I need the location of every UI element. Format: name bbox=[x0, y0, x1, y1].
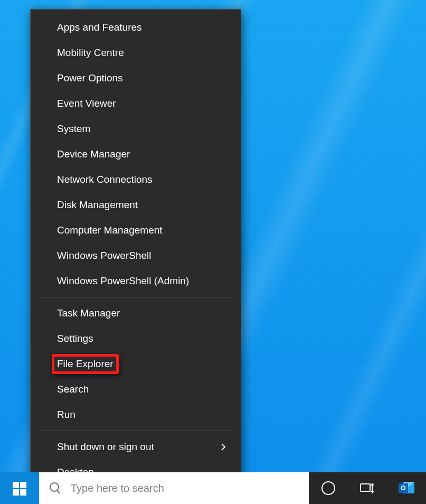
chevron-right-icon bbox=[221, 443, 226, 451]
winx-item-label: File Explorer bbox=[57, 358, 113, 370]
taskbar-left: Type here to search bbox=[0, 472, 309, 504]
winx-item-search[interactable]: Search bbox=[31, 377, 241, 402]
winx-item-event-viewer[interactable]: Event Viewer bbox=[31, 91, 241, 116]
taskbar-right: O bbox=[309, 472, 426, 504]
winx-item-device-manager[interactable]: Device Manager bbox=[31, 142, 241, 167]
winx-item-task-manager[interactable]: Task Manager bbox=[31, 301, 241, 326]
winx-item-network-connections[interactable]: Network Connections bbox=[31, 167, 241, 192]
windows-logo-icon bbox=[13, 482, 26, 496]
winx-item-label: Settings bbox=[57, 333, 93, 344]
winx-item-disk-management[interactable]: Disk Management bbox=[31, 192, 241, 218]
winx-item-run[interactable]: Run bbox=[31, 402, 241, 427]
start-button[interactable] bbox=[0, 472, 39, 504]
taskbar-search[interactable]: Type here to search bbox=[39, 472, 309, 504]
menu-separator bbox=[38, 297, 233, 297]
winx-item-label: Shut down or sign out bbox=[57, 441, 154, 453]
winx-item-power-options[interactable]: Power Options bbox=[31, 66, 241, 91]
winx-item-label: Task Manager bbox=[57, 307, 120, 319]
winx-item-windows-powershell-admin[interactable]: Windows PowerShell (Admin) bbox=[31, 268, 241, 294]
winx-item-mobility-centre[interactable]: Mobility Centre bbox=[31, 40, 241, 66]
winx-item-label: System bbox=[57, 123, 90, 135]
winx-item-label: Device Manager bbox=[57, 148, 130, 160]
outlook-icon: O bbox=[399, 481, 414, 496]
winx-item-settings[interactable]: Settings bbox=[31, 326, 241, 351]
winx-item-shut-down-or-sign-out[interactable]: Shut down or sign out bbox=[31, 434, 241, 460]
task-view-button[interactable] bbox=[348, 472, 387, 504]
search-icon bbox=[50, 482, 61, 494]
cortana-ring-icon bbox=[321, 481, 335, 495]
winx-item-label: Windows PowerShell (Admin) bbox=[57, 275, 189, 287]
winx-item-label: Event Viewer bbox=[57, 98, 116, 109]
winx-item-file-explorer[interactable]: File Explorer bbox=[31, 351, 241, 377]
winx-item-label: Run bbox=[57, 409, 75, 421]
winx-item-label: Network Connections bbox=[57, 174, 153, 185]
winx-item-label: Windows PowerShell bbox=[57, 250, 151, 262]
taskbar: Type here to search O bbox=[0, 472, 426, 504]
winx-item-computer-management[interactable]: Computer Management bbox=[31, 218, 241, 243]
menu-separator bbox=[38, 431, 233, 431]
winx-item-windows-powershell[interactable]: Windows PowerShell bbox=[31, 243, 241, 268]
svg-rect-0 bbox=[361, 484, 370, 491]
cortana-button[interactable] bbox=[309, 472, 348, 504]
winx-item-label: Search bbox=[57, 384, 89, 395]
taskbar-search-placeholder: Type here to search bbox=[71, 482, 164, 494]
winx-item-apps-and-features[interactable]: Apps and Features bbox=[31, 15, 241, 40]
winx-item-label: Computer Management bbox=[57, 225, 163, 236]
winx-item-label: Disk Management bbox=[57, 199, 138, 211]
task-view-icon bbox=[360, 482, 375, 494]
winx-context-menu: Apps and FeaturesMobility CentrePower Op… bbox=[30, 9, 241, 492]
winx-item-system[interactable]: System bbox=[31, 116, 241, 142]
winx-item-label: Mobility Centre bbox=[57, 47, 124, 59]
winx-item-label: Power Options bbox=[57, 72, 123, 84]
taskbar-app-outlook[interactable]: O bbox=[387, 472, 426, 504]
winx-item-label: Apps and Features bbox=[57, 22, 142, 33]
